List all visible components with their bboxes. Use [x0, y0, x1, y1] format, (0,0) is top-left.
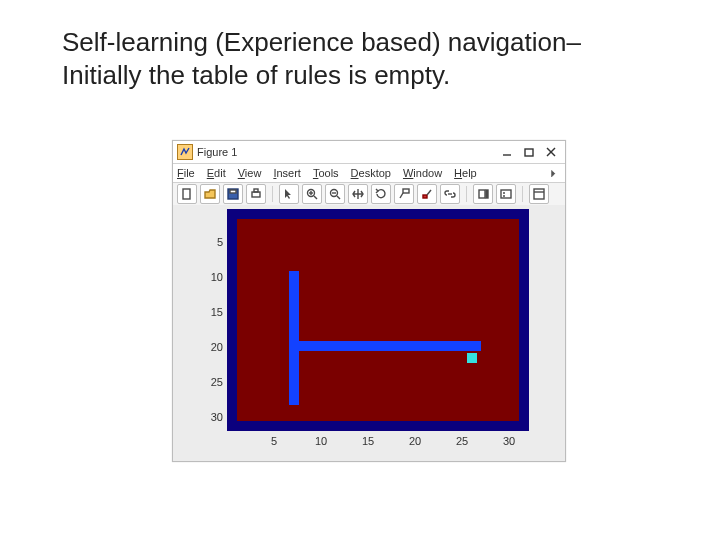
minimize-button[interactable] — [501, 146, 513, 158]
zoom-out-icon[interactable] — [325, 184, 345, 204]
menu-window[interactable]: Window — [403, 167, 442, 179]
svg-line-19 — [427, 190, 431, 195]
y-tick: 10 — [199, 271, 223, 283]
svg-rect-21 — [479, 190, 485, 198]
figure-window: Figure 1 File Edit View Insert Tools Des… — [172, 140, 566, 462]
y-tick: 5 — [199, 236, 223, 248]
x-tick: 25 — [456, 435, 468, 447]
window-title: Figure 1 — [197, 146, 501, 158]
y-tick: 30 — [199, 411, 223, 423]
y-tick: 20 — [199, 341, 223, 353]
agent-marker — [467, 353, 477, 363]
svg-line-10 — [314, 196, 317, 199]
slide-title: Self-learning (Experience based) navigat… — [62, 26, 662, 91]
svg-rect-8 — [254, 189, 258, 192]
menu-insert[interactable]: Insert — [273, 167, 301, 179]
zoom-in-icon[interactable] — [302, 184, 322, 204]
svg-rect-18 — [423, 195, 427, 198]
link-icon[interactable] — [440, 184, 460, 204]
axes-area[interactable]: 5 10 15 20 25 30 5 10 15 20 25 30 — [173, 205, 565, 461]
print-icon[interactable] — [246, 184, 266, 204]
toolbar-separator — [466, 186, 467, 202]
axes[interactable] — [227, 209, 529, 431]
svg-rect-7 — [252, 192, 260, 197]
new-figure-icon[interactable] — [177, 184, 197, 204]
svg-rect-6 — [230, 190, 236, 193]
brush-icon[interactable] — [417, 184, 437, 204]
title-line-2: Initially the table of rules is empty. — [62, 60, 450, 90]
svg-line-14 — [337, 196, 340, 199]
x-tick: 30 — [503, 435, 515, 447]
y-tick: 15 — [199, 306, 223, 318]
menu-file[interactable]: File — [177, 167, 195, 179]
x-tick: 10 — [315, 435, 327, 447]
plot-background — [237, 219, 519, 421]
x-tick: 5 — [271, 435, 277, 447]
wall-horizontal — [289, 341, 481, 351]
svg-rect-1 — [525, 149, 533, 156]
svg-line-17 — [400, 193, 403, 198]
pointer-icon[interactable] — [279, 184, 299, 204]
menu-edit[interactable]: Edit — [207, 167, 226, 179]
legend-icon[interactable] — [496, 184, 516, 204]
data-cursor-icon[interactable] — [394, 184, 414, 204]
svg-rect-16 — [403, 189, 409, 193]
menu-overflow-icon[interactable]: 🞂 — [549, 168, 559, 179]
title-bar[interactable]: Figure 1 — [173, 141, 565, 164]
menu-view[interactable]: View — [238, 167, 262, 179]
wall-vertical — [289, 271, 299, 405]
colorbar-icon[interactable] — [473, 184, 493, 204]
svg-rect-22 — [486, 190, 488, 198]
y-tick: 25 — [199, 376, 223, 388]
open-icon[interactable] — [200, 184, 220, 204]
hide-tools-icon[interactable] — [529, 184, 549, 204]
x-tick: 15 — [362, 435, 374, 447]
x-tick: 20 — [409, 435, 421, 447]
rotate-icon[interactable] — [371, 184, 391, 204]
close-button[interactable] — [545, 146, 557, 158]
menu-tools[interactable]: Tools — [313, 167, 339, 179]
toolbar-separator — [272, 186, 273, 202]
menu-help[interactable]: Help — [454, 167, 477, 179]
svg-rect-23 — [501, 190, 511, 198]
menu-bar: File Edit View Insert Tools Desktop Wind… — [173, 164, 565, 183]
menu-desktop[interactable]: Desktop — [351, 167, 391, 179]
matlab-figure-icon — [177, 144, 193, 160]
save-icon[interactable] — [223, 184, 243, 204]
toolbar-separator — [522, 186, 523, 202]
toolbar — [173, 183, 565, 206]
title-line-1: Self-learning (Experience based) navigat… — [62, 27, 581, 57]
svg-rect-4 — [183, 189, 190, 199]
maximize-button[interactable] — [523, 146, 535, 158]
svg-rect-26 — [534, 189, 544, 199]
pan-icon[interactable] — [348, 184, 368, 204]
